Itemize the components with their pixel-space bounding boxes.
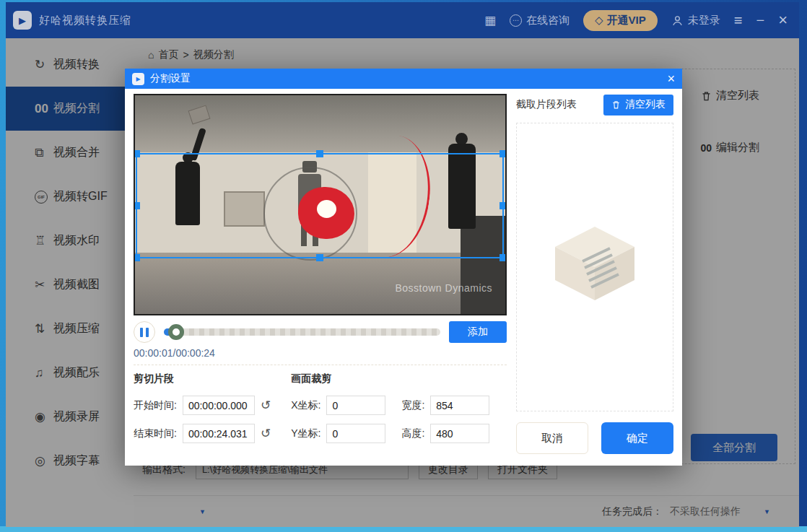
x-label: X坐标:: [291, 399, 320, 412]
clip-list-empty: [516, 123, 673, 411]
pause-button[interactable]: [134, 321, 155, 343]
start-time-label: 开始时间:: [134, 399, 177, 412]
clear-list-button[interactable]: 清空列表: [603, 95, 673, 115]
minimize-icon[interactable]: −: [756, 13, 764, 27]
width-input[interactable]: [430, 396, 489, 415]
vip-diamond-icon: ◇: [595, 14, 603, 27]
dialog-titlebar: ▶ 分割设置 ×: [125, 69, 682, 89]
slider-thumb[interactable]: [168, 324, 184, 340]
trash-icon: [611, 100, 621, 110]
cancel-button[interactable]: 取消: [516, 422, 588, 454]
app-logo-icon: ▶: [13, 11, 32, 30]
login-button[interactable]: 未登录: [671, 14, 720, 27]
video-preview: Bosstown Dynamics: [134, 94, 507, 315]
desktop-bottom-strip: [0, 526, 807, 532]
crop-handle-w[interactable]: [134, 202, 140, 209]
crop-section: 画面裁剪 X坐标: 宽度: Y坐标: 高度:: [291, 372, 489, 452]
online-service-label: 在线咨询: [526, 14, 570, 27]
start-time-input[interactable]: [183, 396, 255, 415]
y-input[interactable]: [326, 424, 385, 443]
crop-heading: 画面裁剪: [291, 372, 489, 385]
chat-icon: ⋯: [510, 14, 522, 27]
crop-selection[interactable]: [136, 153, 504, 258]
seek-slider[interactable]: [164, 324, 440, 340]
slider-track[interactable]: [164, 328, 440, 336]
crop-handle-nw[interactable]: [134, 150, 140, 157]
playback-controls: 添加: [134, 321, 507, 343]
close-icon[interactable]: ×: [778, 12, 788, 28]
add-clip-button[interactable]: 添加: [449, 321, 507, 343]
set-current-time-icon[interactable]: ↺: [261, 426, 271, 441]
y-label: Y坐标:: [291, 427, 320, 440]
video-watermark: Bosstown Dynamics: [395, 282, 492, 294]
vip-label: 开通VIP: [607, 14, 646, 27]
open-vip-button[interactable]: ◇ 开通VIP: [583, 10, 658, 31]
confirm-button[interactable]: 确定: [601, 422, 673, 454]
crop-handle-ne[interactable]: [500, 150, 507, 157]
pause-icon: [140, 328, 143, 337]
width-label: 宽度:: [401, 399, 424, 412]
empty-state-illustration: [541, 219, 649, 306]
crop-handle-s[interactable]: [316, 254, 323, 261]
end-time-label: 结束时间:: [134, 427, 177, 440]
crop-handle-n[interactable]: [316, 150, 323, 157]
app-window: ▶ 好哈视频转换压缩 ▦ ⋯ 在线咨询 ◇ 开通VIP 未登录 ≡ − ×: [6, 2, 799, 527]
dialog-title: 分割设置: [150, 72, 191, 85]
dialog-close-icon[interactable]: ×: [667, 72, 675, 85]
crop-handle-e[interactable]: [500, 202, 507, 209]
end-time-input[interactable]: [183, 424, 255, 443]
set-current-time-icon[interactable]: ↺: [261, 398, 271, 413]
clip-section: 剪切片段 开始时间: ↺ 结束时间: ↺: [134, 372, 271, 452]
clip-heading: 剪切片段: [134, 372, 271, 385]
crop-handle-sw[interactable]: [134, 254, 140, 261]
dialog-logo-icon: ▶: [132, 73, 144, 85]
time-display: 00:00:01/00:00:24: [134, 347, 507, 359]
login-label: 未登录: [688, 14, 720, 27]
height-input[interactable]: [430, 424, 489, 443]
height-label: 高度:: [401, 427, 424, 440]
online-service-button[interactable]: ⋯ 在线咨询: [510, 14, 570, 27]
app-title: 好哈视频转换压缩: [39, 14, 131, 27]
qr-code-icon[interactable]: ▦: [484, 13, 496, 28]
titlebar: ▶ 好哈视频转换压缩 ▦ ⋯ 在线咨询 ◇ 开通VIP 未登录 ≡ − ×: [6, 2, 799, 38]
user-icon: [671, 14, 684, 27]
x-input[interactable]: [326, 396, 385, 415]
crop-handle-se[interactable]: [500, 254, 507, 261]
split-settings-dialog: ▶ 分割设置 ×: [125, 69, 682, 466]
menu-icon[interactable]: ≡: [734, 13, 743, 27]
clip-list-heading: 截取片段列表: [516, 98, 577, 111]
